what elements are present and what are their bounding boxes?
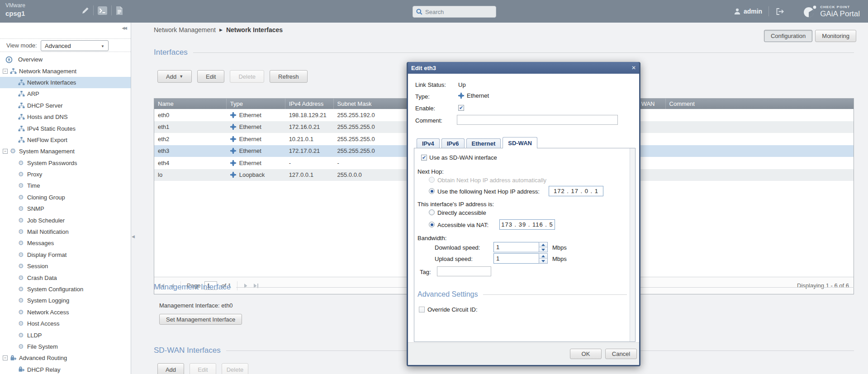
ok-button[interactable]: OK bbox=[570, 349, 602, 359]
sidebar-item-advanced-routing[interactable]: −Advanced Routing bbox=[0, 352, 131, 364]
pencil-icon[interactable] bbox=[81, 7, 89, 14]
set-management-interface-button[interactable]: Set Management Interface bbox=[159, 314, 242, 325]
sidebar-collapse-button[interactable]: ◀◀ bbox=[122, 26, 126, 30]
cell-wan bbox=[638, 109, 666, 121]
sidebar-item-label: IPv4 Static Routes bbox=[27, 125, 76, 132]
override-circuit-id-checkbox[interactable]: ✔ bbox=[419, 307, 425, 312]
sidebar-item-system-configuration[interactable]: ⚙System Configuration bbox=[0, 284, 131, 295]
tab-ipv6[interactable]: IPv6 bbox=[441, 138, 465, 148]
sidebar-item-network-access[interactable]: ⚙Network Access bbox=[0, 307, 131, 318]
next-hop-ip-input[interactable]: 172 . 17 . 0 . 1 bbox=[549, 186, 603, 196]
sidebar-item-network-interfaces[interactable]: Network Interfaces bbox=[0, 77, 131, 88]
tab-ethernet[interactable]: Ethernet bbox=[466, 138, 501, 148]
tab-sd-wan[interactable]: SD-WAN bbox=[503, 137, 537, 148]
sidebar-item-ipv4-static-routes[interactable]: IPv4 Static Routes bbox=[0, 123, 131, 134]
sidebar-item-session[interactable]: ⚙Session bbox=[0, 260, 131, 272]
sidebar-item-display-format[interactable]: ⚙Display Format bbox=[0, 249, 131, 260]
sidebar-item-crash-data[interactable]: ⚙Crash Data bbox=[0, 272, 131, 283]
refresh-button[interactable]: Refresh bbox=[270, 70, 308, 83]
sidebar-item-system-logging[interactable]: ⚙System Logging bbox=[0, 295, 131, 306]
monitoring-button[interactable]: Monitoring bbox=[815, 30, 856, 42]
sidebar-item-dhcp-relay[interactable]: DHCP Relay bbox=[0, 364, 131, 374]
terminal-icon[interactable] bbox=[98, 6, 107, 15]
tab-ipv4[interactable]: IPv4 bbox=[417, 138, 440, 148]
accessible-via-nat-radio[interactable] bbox=[429, 222, 435, 227]
column-header-ipv4-address[interactable]: IPv4 Address bbox=[285, 99, 334, 109]
sidebar-item-label: Proxy bbox=[27, 171, 42, 178]
sidebar-item-cloning-group[interactable]: ⚙Cloning Group bbox=[0, 192, 131, 203]
sidebar-item-host-access[interactable]: ⚙Host Access bbox=[0, 318, 131, 329]
tree-collapse-icon[interactable]: − bbox=[3, 149, 8, 154]
cell-wan bbox=[638, 121, 666, 133]
configuration-button[interactable]: Configuration bbox=[764, 30, 812, 42]
breadcrumb-parent[interactable]: Network Management bbox=[154, 26, 216, 33]
sidebar-item-label: Network Interfaces bbox=[27, 79, 76, 86]
use-following-radio[interactable] bbox=[429, 188, 435, 194]
add-button[interactable]: Add▼ bbox=[157, 70, 192, 83]
network-icon bbox=[18, 103, 25, 109]
sidebar-item-hosts-and-dns[interactable]: Hosts and DNS bbox=[0, 111, 131, 123]
dialog-footer: OK Cancel bbox=[408, 342, 639, 365]
nat-ip-input[interactable]: 173 . 39 . 116 . 5 bbox=[499, 219, 555, 230]
comment-input[interactable] bbox=[457, 115, 618, 125]
cell-ipv4-address: 172.17.0.21 bbox=[285, 145, 334, 157]
sidebar-item-lldp[interactable]: ⚙LLDP bbox=[0, 329, 131, 341]
view-mode-select[interactable]: Advanced ▼ bbox=[41, 40, 109, 51]
sidebar-item-job-scheduler[interactable]: ⚙Job Scheduler bbox=[0, 214, 131, 226]
column-header-wan[interactable]: WAN bbox=[638, 99, 666, 109]
view-switch-buttons: Configuration Monitoring bbox=[764, 30, 856, 42]
sidebar-item-system-passwords[interactable]: ⚙System Passwords bbox=[0, 157, 131, 169]
sidebar-item-overview[interactable]: Overview bbox=[0, 54, 131, 65]
sidebar-item-netflow-export[interactable]: NetFlow Export bbox=[0, 134, 131, 146]
spin-up-icon[interactable] bbox=[541, 255, 545, 257]
column-header-type[interactable]: Type bbox=[227, 99, 285, 109]
column-header-name[interactable]: Name bbox=[154, 99, 227, 109]
enable-checkbox[interactable]: ✔ bbox=[458, 105, 464, 111]
sidebar-item-network-management[interactable]: −Network Management bbox=[0, 65, 131, 76]
upload-speed-input[interactable] bbox=[493, 253, 539, 264]
delete-button: Delete bbox=[222, 363, 248, 374]
bandwidth-label: Bandwidth: bbox=[417, 235, 446, 241]
sidebar-item-label: Network Management bbox=[19, 68, 76, 75]
search-icon bbox=[416, 9, 422, 15]
sidebar-item-messages[interactable]: ⚙Messages bbox=[0, 237, 131, 249]
sidebar-item-file-system[interactable]: ⚙File System bbox=[0, 341, 131, 352]
sidebar-item-arp[interactable]: ARP bbox=[0, 88, 131, 99]
tag-input[interactable] bbox=[437, 266, 491, 276]
close-icon[interactable]: ✕ bbox=[631, 65, 636, 71]
document-icon[interactable] bbox=[116, 6, 123, 15]
sidebar-item-proxy[interactable]: ⚙Proxy bbox=[0, 169, 131, 180]
download-speed-input[interactable] bbox=[493, 242, 539, 252]
spinner-arrows[interactable] bbox=[539, 253, 548, 264]
tree-collapse-icon[interactable]: − bbox=[3, 355, 8, 360]
section-rule bbox=[483, 294, 627, 295]
add-button[interactable]: Add bbox=[157, 363, 184, 374]
cell-ipv4-address: - bbox=[285, 157, 334, 169]
spin-up-icon[interactable] bbox=[541, 244, 545, 246]
tree-collapse-icon[interactable]: − bbox=[3, 69, 8, 74]
sidebar-item-mail-notification[interactable]: ⚙Mail Notification bbox=[0, 226, 131, 237]
gear-icon: ⚙ bbox=[10, 148, 16, 155]
use-sdwan-checkbox[interactable]: ✔ bbox=[421, 155, 427, 161]
gear-icon: ⚙ bbox=[18, 343, 24, 350]
view-mode-row: View mode: Advanced ▼ bbox=[0, 38, 131, 52]
upload-speed-label: Upload speed: bbox=[435, 256, 473, 262]
logout-icon[interactable] bbox=[775, 8, 785, 15]
sidebar-splitter-handle[interactable]: ◀ bbox=[132, 234, 135, 239]
cancel-button[interactable]: Cancel bbox=[605, 349, 637, 359]
user-menu[interactable]: admin bbox=[734, 8, 762, 15]
search-input[interactable] bbox=[425, 9, 489, 15]
sidebar-item-snmp[interactable]: ⚙SNMP bbox=[0, 203, 131, 214]
sidebar-item-time[interactable]: ⚙Time bbox=[0, 180, 131, 191]
dialog-title-bar[interactable]: Edit eth3 ✕ bbox=[408, 62, 639, 74]
ethernet-icon bbox=[230, 148, 236, 154]
edit-button[interactable]: Edit bbox=[197, 70, 224, 83]
panel-scrollbar[interactable] bbox=[630, 148, 635, 341]
sidebar-item-dhcp-server[interactable]: DHCP Server bbox=[0, 100, 131, 111]
spin-down-icon[interactable] bbox=[541, 260, 545, 262]
directly-accessible-radio[interactable] bbox=[429, 209, 435, 215]
sidebar-item-system-management[interactable]: −⚙System Management bbox=[0, 146, 131, 157]
spinner-arrows[interactable] bbox=[539, 242, 548, 252]
spin-down-icon[interactable] bbox=[541, 249, 545, 251]
column-header-comment[interactable]: Comment bbox=[666, 99, 854, 109]
